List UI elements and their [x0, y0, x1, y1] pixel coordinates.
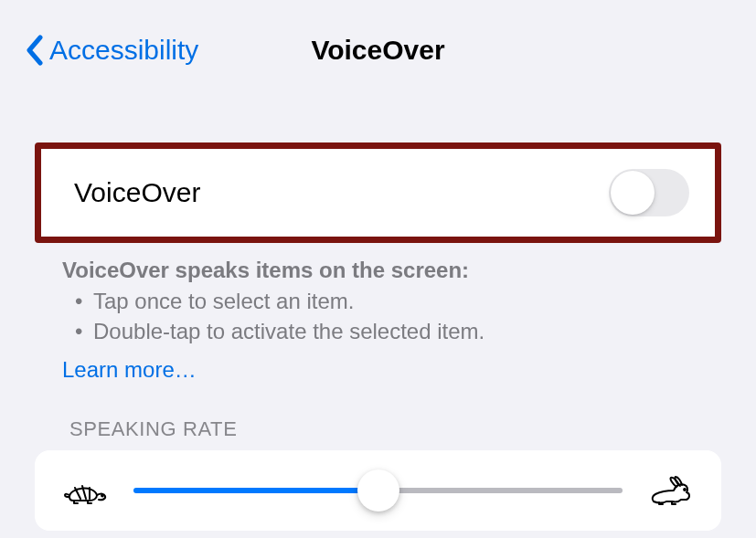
- back-label: Accessibility: [49, 35, 198, 66]
- chevron-left-icon: [26, 35, 44, 66]
- slider-knob: [357, 469, 399, 512]
- hare-icon: [648, 474, 694, 507]
- description-heading: VoiceOver speaks items on the screen:: [62, 256, 708, 285]
- description-bullets: Tap once to select an item. Double-tap t…: [62, 287, 708, 346]
- speaking-rate-row: [35, 450, 721, 531]
- toggle-knob: [611, 171, 655, 215]
- back-button[interactable]: Accessibility: [26, 35, 198, 66]
- navigation-bar: Accessibility VoiceOver: [0, 0, 756, 73]
- speaking-rate-slider[interactable]: [133, 472, 623, 509]
- speaking-rate-header: SPEAKING RATE: [35, 383, 721, 450]
- voiceover-toggle[interactable]: [609, 169, 689, 216]
- voiceover-toggle-row: VoiceOver: [35, 142, 721, 243]
- slider-track-fill: [133, 488, 378, 493]
- bullet-item: Double-tap to activate the selected item…: [71, 317, 708, 346]
- svg-point-1: [684, 489, 686, 491]
- svg-point-0: [101, 495, 103, 497]
- learn-more-link[interactable]: Learn more…: [35, 346, 197, 383]
- voiceover-description: VoiceOver speaks items on the screen: Ta…: [35, 243, 721, 346]
- content-area: VoiceOver VoiceOver speaks items on the …: [0, 142, 756, 531]
- voiceover-toggle-label: VoiceOver: [74, 177, 200, 208]
- page-title: VoiceOver: [311, 35, 444, 66]
- bullet-item: Tap once to select an item.: [71, 287, 708, 316]
- tortoise-icon: [62, 475, 108, 506]
- slider-track-rest: [378, 488, 623, 493]
